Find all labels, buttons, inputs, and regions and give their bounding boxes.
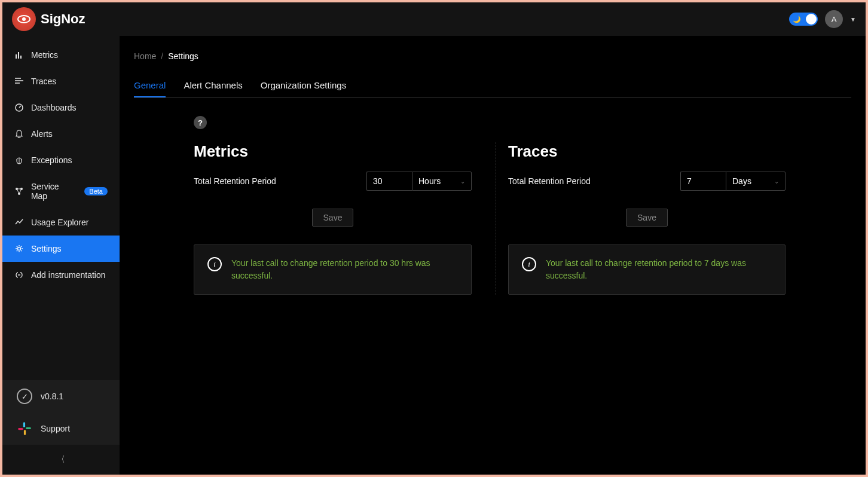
- traces-retention-input[interactable]: [680, 172, 726, 191]
- traces-status-alert: i Your last call to change retention per…: [508, 244, 786, 295]
- sidebar-item-label: Traces: [31, 77, 56, 86]
- info-icon: i: [522, 257, 536, 271]
- gear-icon: [14, 244, 24, 253]
- main-content: Home / Settings General Alert Channels O…: [120, 36, 866, 475]
- api-icon: [14, 271, 24, 279]
- tab-organization-settings[interactable]: Organization Settings: [261, 74, 346, 97]
- brand[interactable]: SigNoz: [12, 7, 85, 31]
- tab-general[interactable]: General: [134, 74, 166, 97]
- check-circle-icon: ✓: [17, 389, 32, 404]
- sidebar-item-label: Alerts: [31, 129, 53, 139]
- toggle-knob: [806, 14, 817, 25]
- traces-unit-label: Days: [732, 176, 751, 186]
- sidebar-item-exceptions[interactable]: Exceptions: [2, 147, 120, 173]
- svg-rect-4: [20, 56, 22, 59]
- metrics-unit-label: Hours: [418, 176, 441, 186]
- chevron-down-icon: ⌄: [774, 178, 779, 185]
- traces-save-button[interactable]: Save: [626, 209, 668, 227]
- line-chart-icon: [14, 218, 24, 227]
- list-icon: [14, 77, 24, 85]
- support-label: Support: [41, 424, 70, 433]
- version-item[interactable]: ✓ v0.8.1: [2, 380, 120, 412]
- metrics-panel: Metrics Total Retention Period Hours ⌄: [194, 142, 472, 295]
- svg-rect-21: [26, 427, 31, 429]
- brand-logo-icon: [12, 7, 36, 31]
- breadcrumb: Home / Settings: [134, 45, 851, 74]
- brand-name: SigNoz: [41, 11, 85, 27]
- metrics-retention-label: Total Retention Period: [194, 176, 276, 186]
- sidebar-item-add-instrumentation[interactable]: Add instrumentation: [2, 262, 120, 288]
- traces-status-text: Your last call to change retention perio…: [546, 257, 772, 282]
- metrics-save-button[interactable]: Save: [312, 209, 354, 227]
- bug-icon: [14, 156, 24, 164]
- sidebar-item-label: Dashboards: [31, 103, 77, 112]
- bell-icon: [14, 130, 24, 138]
- sidebar-item-dashboards[interactable]: Dashboards: [2, 94, 120, 121]
- svg-line-18: [19, 189, 22, 194]
- network-icon: [14, 187, 24, 195]
- bar-chart-icon: [14, 51, 24, 59]
- svg-line-17: [17, 189, 19, 194]
- metrics-status-text: Your last call to change retention perio…: [231, 257, 458, 282]
- sidebar: Metrics Traces Dashboards: [2, 36, 120, 475]
- chevron-left-icon: 〈: [57, 454, 65, 465]
- user-menu-caret-icon[interactable]: ▼: [850, 16, 856, 23]
- sidebar-item-label: Usage Explorer: [31, 218, 89, 227]
- svg-point-19: [18, 247, 21, 250]
- svg-rect-20: [23, 422, 25, 427]
- moon-icon: 🌙: [793, 16, 801, 23]
- metrics-status-alert: i Your last call to change retention per…: [194, 244, 472, 295]
- svg-rect-3: [18, 52, 19, 59]
- beta-badge: Beta: [84, 187, 108, 195]
- svg-rect-23: [18, 428, 23, 430]
- metrics-retention-input[interactable]: [366, 172, 412, 191]
- breadcrumb-separator: /: [161, 51, 163, 61]
- sidebar-item-label: Service Map: [31, 182, 77, 201]
- breadcrumb-current: Settings: [168, 51, 198, 61]
- breadcrumb-home[interactable]: Home: [134, 51, 156, 61]
- sidebar-item-traces[interactable]: Traces: [2, 68, 120, 94]
- sidebar-item-alerts[interactable]: Alerts: [2, 121, 120, 147]
- support-item[interactable]: Support: [2, 412, 120, 445]
- avatar-initial: A: [832, 15, 837, 24]
- sidebar-collapse-button[interactable]: 〈: [2, 445, 120, 475]
- sidebar-item-label: Settings: [31, 244, 62, 253]
- sidebar-item-settings[interactable]: Settings: [2, 236, 120, 262]
- theme-toggle[interactable]: 🌙: [789, 13, 818, 26]
- chevron-down-icon: ⌄: [460, 178, 465, 185]
- tabs: General Alert Channels Organization Sett…: [134, 74, 851, 98]
- sidebar-item-label: Exceptions: [31, 155, 72, 165]
- metrics-title: Metrics: [194, 142, 472, 161]
- traces-unit-select[interactable]: Days ⌄: [726, 172, 786, 191]
- sidebar-item-metrics[interactable]: Metrics: [2, 42, 120, 68]
- header: SigNoz 🌙 A ▼: [2, 2, 866, 36]
- help-icon[interactable]: ?: [194, 116, 207, 129]
- sidebar-item-label: Add instrumentation: [31, 270, 106, 280]
- traces-retention-label: Total Retention Period: [508, 176, 591, 186]
- avatar[interactable]: A: [825, 10, 843, 28]
- sidebar-item-usage-explorer[interactable]: Usage Explorer: [2, 209, 120, 236]
- version-label: v0.8.1: [41, 392, 63, 401]
- info-icon: i: [207, 257, 222, 271]
- sidebar-item-service-map[interactable]: Service Map Beta: [2, 173, 120, 209]
- sidebar-item-label: Metrics: [31, 50, 58, 60]
- metrics-unit-select[interactable]: Hours ⌄: [412, 172, 472, 191]
- traces-title: Traces: [508, 142, 786, 161]
- slack-icon: [17, 421, 32, 436]
- svg-rect-2: [16, 54, 17, 59]
- dashboard-icon: [14, 103, 24, 112]
- svg-rect-22: [24, 430, 26, 435]
- tab-alert-channels[interactable]: Alert Channels: [184, 74, 242, 97]
- traces-panel: Traces Total Retention Period Days ⌄: [496, 142, 786, 295]
- svg-point-1: [22, 17, 26, 21]
